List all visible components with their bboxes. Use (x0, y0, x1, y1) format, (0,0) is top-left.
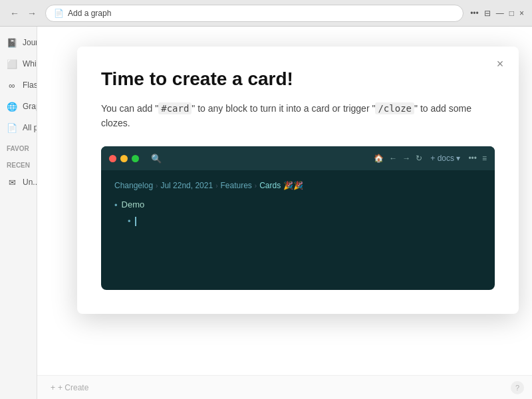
more-button[interactable]: ••• (470, 9, 479, 18)
traffic-light-yellow[interactable] (120, 155, 128, 162)
whiteboard-icon: ⬜ (7, 59, 17, 69)
sidebar-label-flashcards: Flash (23, 80, 37, 90)
outline-child-1: • (128, 215, 481, 226)
sidebar-item-whiteboard[interactable]: ⬜ White (0, 55, 37, 73)
all-pages-icon: 📄 (7, 122, 17, 133)
breadcrumb-sep-3: › (255, 182, 257, 190)
main-content: × Time to create a card! You can add "#c… (37, 27, 532, 399)
sidebar-label-recent-1: Un... (23, 178, 37, 187)
breadcrumb-sep-1: › (156, 182, 158, 190)
sidebar-label-all-pages: All p (23, 123, 37, 132)
inner-app-window: 🔍 🏠 ← → ↻ + docs ▾ ••• ≡ Changelog (101, 146, 495, 290)
inner-forward-icon[interactable]: → (402, 154, 410, 163)
breadcrumb-current-cards: Cards 🎉🎉 (259, 181, 303, 190)
breadcrumb-sep-2: › (215, 182, 217, 190)
text-cursor (135, 217, 136, 226)
graph-icon: 🌐 (7, 101, 17, 112)
sidebar-item-recent-1[interactable]: ✉ Un... (0, 173, 37, 192)
inner-search-icon[interactable]: 🔍 (151, 153, 162, 164)
inner-titlebar: 🔍 🏠 ← → ↻ + docs ▾ ••• ≡ (101, 146, 495, 170)
modal-dialog: × Time to create a card! You can add "#c… (77, 47, 519, 314)
forward-button[interactable]: → (25, 7, 39, 20)
inner-more-icon[interactable]: ••• (468, 154, 477, 163)
bullet-icon-demo: • (114, 200, 118, 210)
browser-nav-icons: ← → (8, 7, 39, 20)
sidebar-toggle[interactable]: ⊟ (484, 9, 491, 18)
breadcrumb-features[interactable]: Features (220, 181, 251, 190)
browser-chrome: ← → 📄 Add a graph ••• ⊟ — □ × (0, 0, 532, 27)
inner-content: Changelog › Jul 22nd, 2021 › Features › … (101, 170, 495, 290)
app-layout: 📓 Journ ⬜ White ∞ Flash 🌐 Grap 📄 All p F… (0, 27, 532, 399)
url-bar[interactable]: 📄 Add a graph (45, 5, 464, 22)
sidebar-item-flashcards[interactable]: ∞ Flash (0, 76, 37, 94)
breadcrumb-date[interactable]: Jul 22nd, 2021 (160, 181, 213, 190)
modal-title: Time to create a card! (101, 68, 495, 90)
favorites-section-label: FAVOR (0, 140, 37, 154)
bullet-icon-child: • (128, 216, 131, 226)
sidebar: 📓 Journ ⬜ White ∞ Flash 🌐 Grap 📄 All p F… (0, 27, 37, 399)
sidebar-item-graph[interactable]: 🌐 Grap (0, 97, 37, 116)
sidebar-label-whiteboard: White (23, 59, 37, 68)
breadcrumb-changelog[interactable]: Changelog (114, 181, 153, 190)
outline-item-demo: • Demo (114, 200, 481, 210)
sidebar-label-graph: Grap (23, 102, 37, 111)
traffic-light-red[interactable] (109, 155, 116, 162)
modal-close-button[interactable]: × (492, 56, 508, 72)
url-text: Add a graph (68, 9, 111, 18)
flashcards-icon: ∞ (7, 80, 17, 90)
back-button[interactable]: ← (8, 7, 21, 20)
browser-actions: ••• ⊟ — □ × (470, 9, 524, 18)
traffic-lights (109, 155, 139, 162)
inner-toolbar-right: 🏠 ← → ↻ + docs ▾ ••• ≡ (374, 152, 487, 164)
page-icon: 📄 (54, 9, 64, 18)
traffic-light-green[interactable] (132, 155, 139, 162)
outline-text-demo[interactable]: Demo (122, 200, 145, 209)
sidebar-item-journal[interactable]: 📓 Journ (0, 33, 37, 52)
sidebar-label-journal: Journ (23, 38, 37, 47)
docs-button[interactable]: + docs ▾ (428, 152, 463, 164)
modal-description: You can add "#card" to any block to turn… (101, 101, 495, 131)
minimize-button[interactable]: — (496, 9, 504, 18)
inner-back-icon[interactable]: ← (389, 154, 397, 163)
inner-menu-icon[interactable]: ≡ (482, 154, 487, 163)
maximize-button[interactable]: □ (509, 9, 514, 18)
refresh-icon[interactable]: ↻ (416, 154, 422, 163)
breadcrumb: Changelog › Jul 22nd, 2021 › Features › … (114, 181, 481, 190)
window-close-button[interactable]: × (519, 9, 524, 18)
home-icon[interactable]: 🏠 (374, 154, 384, 163)
sidebar-item-all-pages[interactable]: 📄 All p (0, 118, 37, 137)
recent-item-icon: ✉ (7, 177, 17, 188)
recent-section-label: RECEN (0, 156, 37, 170)
outline-text-child[interactable] (135, 216, 136, 227)
journal-icon: 📓 (7, 37, 17, 48)
